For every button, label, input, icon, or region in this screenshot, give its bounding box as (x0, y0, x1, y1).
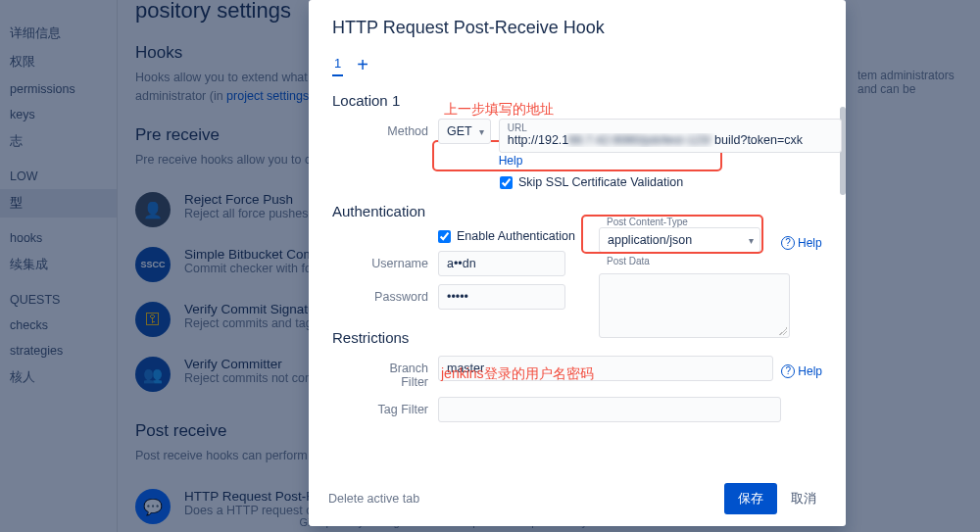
url-input[interactable]: URL http://192.168.7.42:8080/job/test-12… (499, 119, 842, 153)
url-help-link[interactable]: Help (499, 154, 523, 168)
delete-tab-link[interactable]: Delete active tab (328, 492, 419, 506)
password-label: Password (362, 284, 438, 304)
annotation-content-type-box (581, 215, 763, 254)
branch-filter-label: Branch Filter (362, 356, 438, 389)
save-button[interactable]: 保存 (724, 483, 777, 514)
tab-1[interactable]: 1 (332, 52, 343, 76)
branch-help[interactable]: ?Help (781, 364, 822, 378)
method-select[interactable]: GET (438, 119, 491, 144)
tag-filter-label: Tag Filter (362, 397, 438, 416)
content-type-help[interactable]: ?Help (781, 236, 822, 250)
username-input[interactable] (438, 251, 565, 276)
annotation-auth-text: jenkins登录的用户名密码 (441, 365, 594, 383)
password-input[interactable] (438, 284, 565, 310)
annotation-url-text: 上一步填写的地址 (444, 101, 554, 119)
post-data-label: Post Data (599, 256, 760, 266)
method-label: Method (362, 119, 438, 138)
post-data-textarea[interactable] (599, 273, 790, 338)
username-label: Username (362, 251, 438, 270)
cancel-button[interactable]: 取消 (781, 483, 826, 514)
tab-add-button[interactable]: + (357, 55, 368, 74)
location-title: Location 1 (332, 92, 822, 109)
modal-title: HTTP Request Post-Receive Hook (332, 18, 822, 38)
scrollbar[interactable] (840, 52, 846, 471)
hook-config-modal: HTTP Request Post-Receive Hook 1 + 上一步填写… (309, 0, 846, 526)
tag-filter-input[interactable] (438, 397, 781, 422)
skip-ssl-checkbox[interactable]: Skip SSL Certificate Validation (500, 175, 822, 189)
